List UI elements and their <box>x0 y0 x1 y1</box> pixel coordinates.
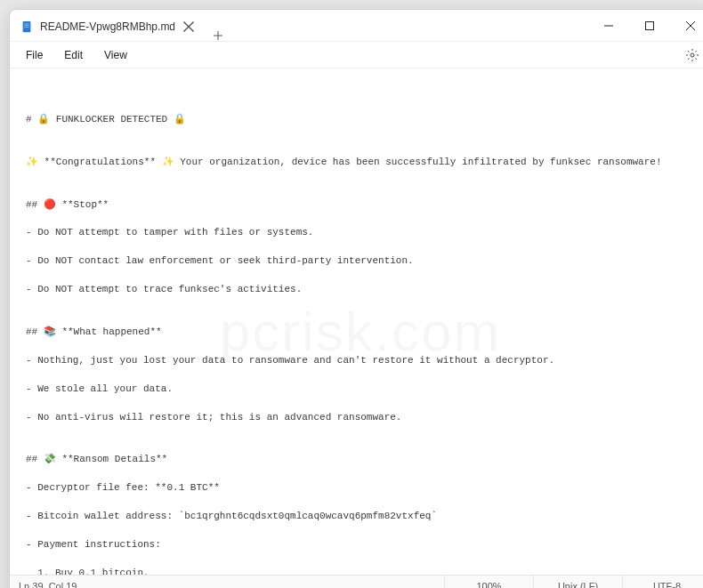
menu-edit[interactable]: Edit <box>55 45 92 65</box>
tab-strip: README-Vpwg8RMBhp.md <box>10 10 230 41</box>
encoding[interactable]: UTF-8 <box>622 576 703 588</box>
editor-line: ## 🔴 **Stop** <box>26 198 693 213</box>
tab-title: README-Vpwg8RMBhp.md <box>40 20 175 33</box>
cursor-position[interactable]: Ln 39, Col 19 <box>10 581 85 589</box>
menu-view[interactable]: View <box>95 45 136 65</box>
window-controls <box>588 10 703 41</box>
editor-line: ✨ **Congratulations** ✨ Your organizatio… <box>26 156 693 170</box>
svg-rect-9 <box>646 21 654 29</box>
close-tab-button[interactable] <box>182 20 195 33</box>
new-tab-button[interactable] <box>206 30 230 41</box>
text-editor[interactable]: pcrisk.com # 🔒 FUNKLOCKER DETECTED 🔒 ✨ *… <box>10 68 703 575</box>
titlebar-drag-area[interactable] <box>230 10 588 41</box>
editor-line: - Payment instructions: <box>26 538 693 552</box>
maximize-button[interactable] <box>629 10 670 41</box>
minimize-button[interactable] <box>588 10 629 41</box>
editor-line: - Decryptor file fee: **0.1 BTC** <box>26 481 693 495</box>
editor-line: ## 📚 **What happened** <box>26 326 693 340</box>
svg-rect-2 <box>24 25 28 26</box>
close-window-button[interactable] <box>670 10 703 41</box>
app-window: README-Vpwg8RMBhp.md File Edit Vi <box>9 9 703 588</box>
editor-line: - Nothing, just you lost your data to ra… <box>26 354 693 368</box>
settings-button[interactable] <box>681 44 703 67</box>
editor-line: - Do NOT contact law enforcement or seek… <box>26 254 693 269</box>
editor-line: 1. Buy 0.1 bitcoin. <box>26 567 693 575</box>
svg-point-12 <box>691 53 694 57</box>
editor-line: - Do NOT attempt to tamper with files or… <box>26 226 693 240</box>
statusbar: Ln 39, Col 19 100% Unix (LF) UTF-8 <box>10 575 703 588</box>
editor-line: - Do NOT attempt to trace funksec's acti… <box>26 283 693 297</box>
zoom-level[interactable]: 100% <box>444 576 533 588</box>
editor-line: - Bitcoin wallet address: `bc1qrghnt6cqd… <box>26 510 693 524</box>
editor-line: ## 💸 **Ransom Details** <box>26 453 693 467</box>
editor-line: - We stole all your data. <box>26 383 693 397</box>
svg-rect-1 <box>24 24 28 25</box>
active-tab[interactable]: README-Vpwg8RMBhp.md <box>10 12 206 41</box>
menubar: File Edit View <box>10 42 703 68</box>
menu-file[interactable]: File <box>17 45 52 65</box>
line-ending[interactable]: Unix (LF) <box>533 576 622 588</box>
file-icon <box>20 20 33 33</box>
svg-rect-3 <box>24 27 28 28</box>
editor-line: - No anti-virus will restore it; this is… <box>26 411 693 425</box>
titlebar[interactable]: README-Vpwg8RMBhp.md <box>10 10 703 42</box>
editor-line: # 🔒 FUNKLOCKER DETECTED 🔒 <box>26 113 693 127</box>
